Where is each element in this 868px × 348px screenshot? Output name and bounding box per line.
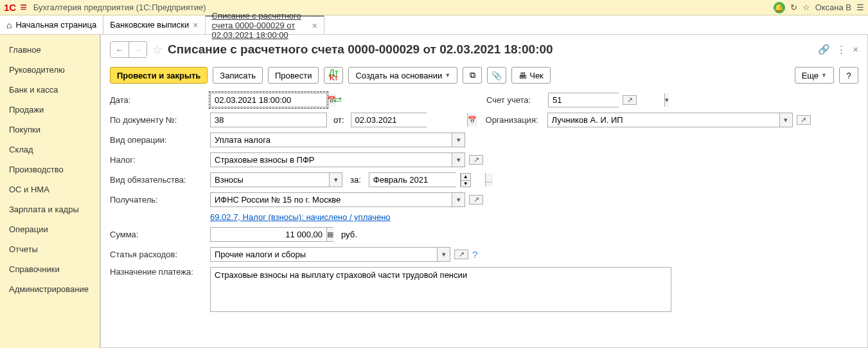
open-icon: ↗ — [455, 250, 468, 259]
tab-document[interactable]: Списание с расчетного счета 0000-000029 … — [206, 15, 324, 34]
kebab-icon[interactable]: ⋮ — [837, 44, 846, 55]
tax-account-link[interactable]: 69.02.7, Налог (взносы): начислено / упл… — [210, 212, 391, 222]
amount-input[interactable] — [211, 228, 326, 241]
expense-field[interactable]: ▾ — [210, 247, 450, 262]
sidebar-item-purchases[interactable]: Покупки — [0, 120, 100, 140]
account-open-button[interactable]: ↗ — [623, 95, 637, 105]
user-label: Оксана В — [815, 3, 851, 12]
tax-field[interactable]: ▾ — [210, 152, 465, 167]
star-icon[interactable]: ☆ — [802, 3, 810, 12]
account-input[interactable] — [549, 93, 664, 107]
structure-button[interactable]: ⧉ — [463, 67, 482, 84]
chevron-down-icon[interactable]: ▾ — [452, 193, 465, 206]
transfer-icon[interactable]: ⮂ — [331, 94, 344, 107]
from-label: от: — [333, 115, 344, 125]
post-and-close-button[interactable]: Провести и закрыть — [110, 67, 208, 84]
link-icon[interactable]: 🔗 — [818, 44, 830, 55]
sidebar-item-admin[interactable]: Администрирование — [0, 279, 100, 299]
attach-button[interactable]: 📎 — [487, 67, 506, 84]
sidebar-item-operations[interactable]: Операции — [0, 219, 100, 239]
purpose-textarea[interactable] — [210, 267, 671, 312]
org-open-button[interactable]: ↗ — [797, 115, 811, 125]
optype-field[interactable]: ▾ — [210, 133, 465, 147]
close-icon[interactable]: × — [853, 44, 858, 55]
date-input[interactable] — [211, 93, 326, 107]
calendar-icon[interactable]: 📅 — [467, 113, 477, 127]
recipient-field[interactable]: ▾ — [210, 192, 465, 207]
chevron-down-icon[interactable]: ▾ — [664, 93, 669, 107]
create-based-on-button[interactable]: Создать на основании ▼ — [348, 67, 457, 84]
obligation-label: Вид обязательства: — [110, 175, 206, 185]
settings-icon[interactable]: ☰ — [856, 3, 864, 12]
sidebar-item-warehouse[interactable]: Склад — [0, 140, 100, 160]
tabbar: ⌂ Начальная страница Банковские выписки … — [0, 15, 868, 35]
amount-field[interactable]: ▦ — [210, 227, 333, 242]
chevron-down-icon[interactable]: ▾ — [452, 153, 465, 167]
favorite-star-icon[interactable]: ☆ — [152, 42, 163, 57]
expense-open-button[interactable]: ↗ — [454, 250, 468, 259]
home-icon: ⌂ — [6, 20, 12, 30]
ellipsis-icon[interactable]: … — [485, 173, 493, 187]
chevron-down-icon[interactable]: ▾ — [452, 133, 465, 147]
app-title: Бухгалтерия предприятия (1С:Предприятие) — [33, 3, 206, 12]
chevron-down-icon[interactable]: ▾ — [437, 248, 450, 261]
org-label: Организация: — [486, 115, 544, 125]
period-field[interactable]: … — [369, 172, 456, 187]
tab-home[interactable]: ⌂ Начальная страница — [0, 15, 103, 34]
step-down-icon[interactable]: ▼ — [461, 180, 470, 187]
open-icon: ↗ — [470, 156, 483, 164]
docnum-field[interactable] — [210, 113, 327, 127]
tab-home-label: Начальная страница — [15, 20, 96, 30]
sidebar-item-bank[interactable]: Банк и касса — [0, 80, 100, 100]
history-icon[interactable]: ↻ — [790, 3, 797, 12]
tab-bank-statements[interactable]: Банковские выписки × — [103, 15, 205, 34]
calculator-icon[interactable]: ▦ — [326, 228, 333, 241]
open-icon: ↗ — [623, 96, 636, 104]
org-input[interactable] — [548, 113, 779, 127]
sidebar-item-assets[interactable]: ОС и НМА — [0, 179, 100, 199]
dtkt-button[interactable]: ДтКт — [324, 67, 343, 84]
tax-input[interactable] — [211, 153, 452, 167]
nav-back-button[interactable]: ← — [111, 42, 128, 57]
date-field[interactable]: 📅 — [210, 93, 327, 107]
sidebar-item-reports[interactable]: Отчеты — [0, 239, 100, 259]
recipient-open-button[interactable]: ↗ — [469, 195, 483, 205]
menu-icon[interactable]: ≡ — [20, 1, 27, 14]
sidebar-item-catalogs[interactable]: Справочники — [0, 259, 100, 279]
account-field[interactable]: ▾ — [548, 93, 619, 107]
toolbar: Провести и закрыть Записать Провести ДтК… — [101, 63, 867, 90]
period-stepper[interactable]: ▲▼ — [460, 173, 471, 187]
close-icon[interactable]: × — [193, 20, 198, 30]
sidebar-item-sales[interactable]: Продажи — [0, 100, 100, 120]
obligation-field[interactable]: ▾ — [210, 172, 342, 187]
docnum-input[interactable] — [211, 113, 326, 127]
page-title: Списание с расчетного счета 0000-000029 … — [168, 42, 553, 57]
from-date-field[interactable]: 📅 — [351, 113, 427, 127]
chevron-down-icon[interactable]: ▾ — [779, 113, 792, 127]
check-button[interactable]: 🖶 Чек — [511, 67, 551, 84]
obligation-input[interactable] — [211, 173, 329, 187]
save-button[interactable]: Записать — [213, 67, 263, 84]
chevron-down-icon: ▼ — [821, 72, 827, 78]
close-icon[interactable]: × — [312, 21, 317, 31]
optype-input[interactable] — [211, 133, 452, 147]
bell-icon[interactable]: 🔔 — [774, 2, 785, 14]
expense-input[interactable] — [211, 248, 437, 261]
more-button[interactable]: Еще ▼ — [795, 67, 834, 84]
from-date-input[interactable] — [351, 113, 467, 127]
chevron-down-icon[interactable]: ▾ — [329, 173, 342, 187]
sidebar-item-production[interactable]: Производство — [0, 160, 100, 179]
help-button[interactable]: ? — [839, 67, 858, 84]
sidebar-item-main[interactable]: Главное — [0, 40, 100, 60]
recipient-input[interactable] — [211, 193, 452, 206]
expense-label: Статья расходов: — [110, 250, 206, 259]
form: Дата: 📅 ⮂ Счет учета: ▾ ↗ По документу №… — [101, 90, 867, 320]
sidebar-item-manager[interactable]: Руководителю — [0, 60, 100, 80]
optype-label: Вид операции: — [110, 135, 206, 145]
tax-open-button[interactable]: ↗ — [469, 155, 483, 165]
org-field[interactable]: ▾ — [547, 113, 793, 127]
help-icon[interactable]: ? — [472, 249, 477, 260]
step-up-icon[interactable]: ▲ — [461, 174, 470, 180]
post-button[interactable]: Провести — [268, 67, 319, 84]
sidebar-item-hr[interactable]: Зарплата и кадры — [0, 199, 100, 219]
